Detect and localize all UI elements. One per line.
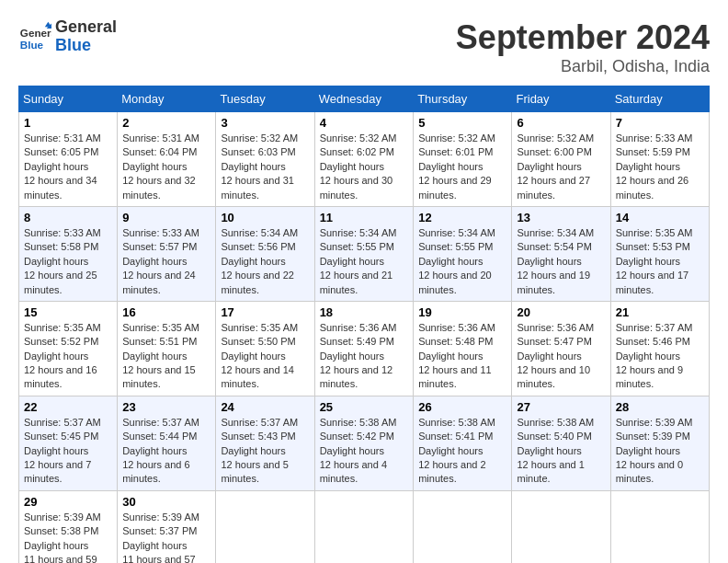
- calendar-day-7: 7Sunrise: 5:33 AMSunset: 5:59 PMDaylight…: [610, 112, 709, 207]
- calendar-day-17: 17Sunrise: 5:35 AMSunset: 5:50 PMDayligh…: [216, 301, 314, 396]
- calendar-day-23: 23Sunrise: 5:37 AMSunset: 5:44 PMDayligh…: [118, 396, 216, 490]
- calendar-week-5: 29Sunrise: 5:39 AMSunset: 5:38 PMDayligh…: [19, 490, 710, 563]
- day-info: Sunrise: 5:32 AMSunset: 6:00 PMDaylight …: [517, 132, 594, 201]
- calendar-header: SundayMondayTuesdayWednesdayThursdayFrid…: [19, 86, 710, 112]
- day-number: 30: [122, 495, 210, 509]
- title-block: September 2024 Barbil, Odisha, India: [456, 18, 710, 76]
- day-info: Sunrise: 5:39 AMSunset: 5:39 PMDaylight …: [616, 417, 693, 485]
- calendar-day-6: 6Sunrise: 5:32 AMSunset: 6:00 PMDaylight…: [512, 112, 610, 207]
- calendar-day-3: 3Sunrise: 5:32 AMSunset: 6:03 PMDaylight…: [216, 112, 314, 207]
- logo: General Blue General Blue: [18, 18, 117, 55]
- calendar-day-30: 30Sunrise: 5:39 AMSunset: 5:37 PMDayligh…: [118, 490, 216, 563]
- day-info: Sunrise: 5:36 AMSunset: 5:48 PMDaylight …: [418, 322, 495, 390]
- page-header: General Blue General Blue September 2024…: [18, 18, 710, 76]
- calendar-day-14: 14Sunrise: 5:35 AMSunset: 5:53 PMDayligh…: [610, 206, 709, 301]
- day-info: Sunrise: 5:34 AMSunset: 5:56 PMDaylight …: [221, 227, 298, 295]
- logo-line2: Blue: [55, 37, 117, 55]
- day-number: 11: [320, 211, 409, 224]
- empty-cell: [216, 490, 314, 563]
- empty-cell: [512, 490, 610, 563]
- calendar-day-24: 24Sunrise: 5:37 AMSunset: 5:43 PMDayligh…: [216, 396, 314, 490]
- calendar-day-2: 2Sunrise: 5:31 AMSunset: 6:04 PMDaylight…: [118, 112, 216, 207]
- day-info: Sunrise: 5:37 AMSunset: 5:45 PMDaylight …: [24, 417, 101, 485]
- day-number: 10: [221, 211, 309, 224]
- calendar-week-2: 8Sunrise: 5:33 AMSunset: 5:58 PMDaylight…: [19, 206, 710, 301]
- svg-text:Blue: Blue: [20, 38, 44, 50]
- day-number: 16: [122, 305, 210, 319]
- calendar-body: 1Sunrise: 5:31 AMSunset: 6:05 PMDaylight…: [19, 112, 710, 564]
- day-number: 13: [517, 211, 605, 224]
- day-number: 18: [320, 305, 409, 319]
- calendar-week-3: 15Sunrise: 5:35 AMSunset: 5:52 PMDayligh…: [19, 301, 710, 396]
- header-day-monday: Monday: [118, 86, 216, 112]
- location-title: Barbil, Odisha, India: [456, 57, 710, 76]
- day-info: Sunrise: 5:33 AMSunset: 5:59 PMDaylight …: [616, 132, 693, 201]
- day-info: Sunrise: 5:38 AMSunset: 5:40 PMDaylight …: [517, 417, 594, 485]
- calendar-day-8: 8Sunrise: 5:33 AMSunset: 5:58 PMDaylight…: [19, 206, 118, 301]
- day-info: Sunrise: 5:31 AMSunset: 6:05 PMDaylight …: [24, 132, 101, 201]
- calendar-day-10: 10Sunrise: 5:34 AMSunset: 5:56 PMDayligh…: [216, 206, 314, 301]
- header-day-sunday: Sunday: [19, 86, 118, 112]
- header-day-thursday: Thursday: [414, 86, 512, 112]
- day-info: Sunrise: 5:32 AMSunset: 6:01 PMDaylight …: [418, 132, 495, 201]
- day-number: 19: [418, 305, 506, 319]
- day-number: 25: [320, 400, 409, 414]
- header-day-wednesday: Wednesday: [314, 86, 414, 112]
- calendar-day-25: 25Sunrise: 5:38 AMSunset: 5:42 PMDayligh…: [314, 396, 414, 490]
- calendar-day-5: 5Sunrise: 5:32 AMSunset: 6:01 PMDaylight…: [414, 112, 512, 207]
- header-row: SundayMondayTuesdayWednesdayThursdayFrid…: [19, 86, 710, 112]
- day-info: Sunrise: 5:33 AMSunset: 5:58 PMDaylight …: [24, 227, 101, 295]
- empty-cell: [610, 490, 709, 563]
- day-info: Sunrise: 5:37 AMSunset: 5:46 PMDaylight …: [616, 322, 693, 390]
- day-info: Sunrise: 5:38 AMSunset: 5:42 PMDaylight …: [320, 417, 397, 485]
- day-number: 17: [221, 305, 309, 319]
- day-number: 20: [517, 305, 605, 319]
- day-info: Sunrise: 5:36 AMSunset: 5:49 PMDaylight …: [320, 322, 397, 390]
- day-info: Sunrise: 5:35 AMSunset: 5:51 PMDaylight …: [122, 322, 199, 390]
- day-number: 28: [616, 400, 704, 414]
- calendar-day-11: 11Sunrise: 5:34 AMSunset: 5:55 PMDayligh…: [314, 206, 414, 301]
- calendar-table: SundayMondayTuesdayWednesdayThursdayFrid…: [18, 86, 710, 563]
- day-info: Sunrise: 5:37 AMSunset: 5:44 PMDaylight …: [122, 417, 199, 485]
- day-number: 1: [24, 116, 112, 130]
- calendar-day-26: 26Sunrise: 5:38 AMSunset: 5:41 PMDayligh…: [414, 396, 512, 490]
- day-number: 21: [616, 305, 704, 319]
- day-number: 2: [122, 116, 210, 130]
- calendar-day-4: 4Sunrise: 5:32 AMSunset: 6:02 PMDaylight…: [314, 112, 414, 207]
- calendar-day-1: 1Sunrise: 5:31 AMSunset: 6:05 PMDaylight…: [19, 112, 118, 207]
- day-number: 6: [517, 116, 605, 130]
- day-number: 7: [616, 116, 704, 130]
- day-number: 24: [221, 400, 309, 414]
- day-info: Sunrise: 5:39 AMSunset: 5:37 PMDaylight …: [122, 511, 199, 563]
- calendar-day-19: 19Sunrise: 5:36 AMSunset: 5:48 PMDayligh…: [414, 301, 512, 396]
- day-number: 22: [24, 400, 112, 414]
- day-number: 15: [24, 305, 112, 319]
- day-info: Sunrise: 5:35 AMSunset: 5:53 PMDaylight …: [616, 227, 693, 295]
- day-number: 12: [418, 211, 506, 224]
- day-number: 26: [418, 400, 506, 414]
- day-info: Sunrise: 5:34 AMSunset: 5:55 PMDaylight …: [320, 227, 397, 295]
- calendar-day-13: 13Sunrise: 5:34 AMSunset: 5:54 PMDayligh…: [512, 206, 610, 301]
- day-info: Sunrise: 5:31 AMSunset: 6:04 PMDaylight …: [122, 132, 199, 201]
- calendar-day-29: 29Sunrise: 5:39 AMSunset: 5:38 PMDayligh…: [19, 490, 118, 563]
- day-number: 3: [221, 116, 309, 130]
- empty-cell: [314, 490, 414, 563]
- logo-icon: General Blue: [18, 20, 51, 53]
- day-info: Sunrise: 5:36 AMSunset: 5:47 PMDaylight …: [517, 322, 594, 390]
- calendar-day-16: 16Sunrise: 5:35 AMSunset: 5:51 PMDayligh…: [118, 301, 216, 396]
- day-number: 5: [418, 116, 506, 130]
- day-number: 29: [24, 495, 112, 509]
- calendar-day-27: 27Sunrise: 5:38 AMSunset: 5:40 PMDayligh…: [512, 396, 610, 490]
- day-number: 23: [122, 400, 210, 414]
- day-number: 9: [122, 211, 210, 224]
- calendar-week-1: 1Sunrise: 5:31 AMSunset: 6:05 PMDaylight…: [19, 112, 710, 207]
- day-number: 27: [517, 400, 605, 414]
- day-info: Sunrise: 5:32 AMSunset: 6:02 PMDaylight …: [320, 132, 397, 201]
- month-title: September 2024: [456, 18, 710, 57]
- calendar-day-21: 21Sunrise: 5:37 AMSunset: 5:46 PMDayligh…: [610, 301, 709, 396]
- calendar-day-12: 12Sunrise: 5:34 AMSunset: 5:55 PMDayligh…: [414, 206, 512, 301]
- calendar-day-20: 20Sunrise: 5:36 AMSunset: 5:47 PMDayligh…: [512, 301, 610, 396]
- calendar-day-22: 22Sunrise: 5:37 AMSunset: 5:45 PMDayligh…: [19, 396, 118, 490]
- day-info: Sunrise: 5:34 AMSunset: 5:54 PMDaylight …: [517, 227, 594, 295]
- calendar-day-18: 18Sunrise: 5:36 AMSunset: 5:49 PMDayligh…: [314, 301, 414, 396]
